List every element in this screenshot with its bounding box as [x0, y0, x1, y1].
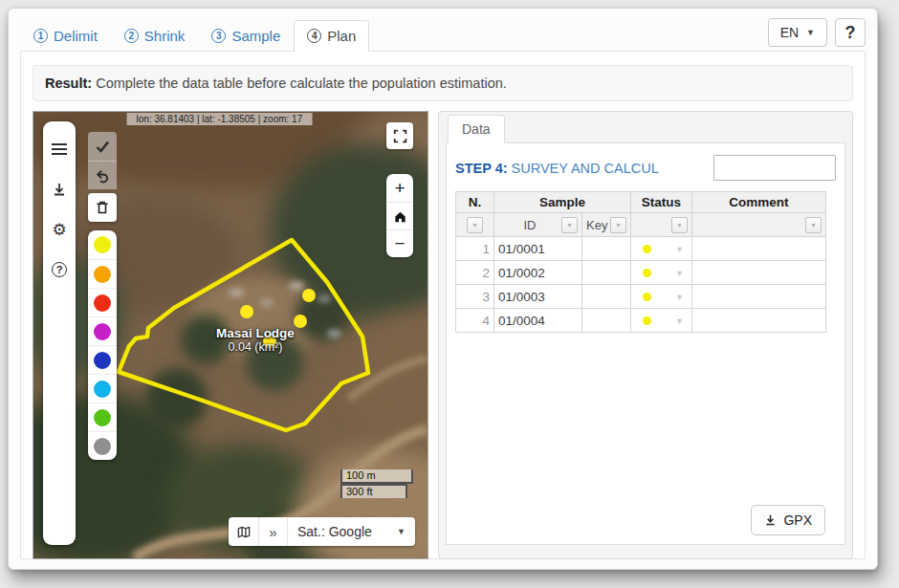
col-status: Status — [631, 192, 692, 213]
undo-button[interactable] — [88, 161, 117, 189]
result-alert: Result:Complete the data table before ca… — [33, 65, 853, 101]
color-magenta[interactable] — [88, 316, 117, 345]
gear-icon[interactable]: ⚙ — [51, 221, 68, 238]
delete-button[interactable] — [88, 193, 117, 222]
table-row: 4 01/0004 ▼ — [456, 309, 826, 333]
sub-col-id: ID — [498, 218, 561, 232]
help-icon: ? — [845, 23, 856, 43]
sample-id: 01/0004 — [494, 309, 582, 333]
sample-key[interactable] — [582, 261, 631, 285]
tab-delimit-label: Delimit — [54, 28, 98, 44]
home-button[interactable] — [386, 202, 413, 229]
tab-plan[interactable]: 4 Plan — [294, 20, 369, 52]
tab-sample[interactable]: 3 Sample — [198, 20, 294, 52]
table-row: 1 01/0001 ▼ — [456, 237, 826, 261]
zoom-controls: + − — [386, 174, 413, 257]
color-gray[interactable] — [88, 431, 117, 460]
table-filter-row: ▼ ID▼ Key▼ ▼ ▼ — [456, 213, 826, 237]
sample-id: 01/0001 — [494, 237, 582, 261]
sample-key[interactable] — [582, 237, 631, 261]
chevron-down-icon: ▼ — [675, 269, 684, 278]
language-value: EN — [780, 25, 799, 40]
zoom-in-button[interactable]: + — [386, 174, 413, 202]
tab-data[interactable]: Data — [448, 115, 505, 143]
comment-cell[interactable] — [692, 285, 826, 309]
status-select[interactable]: ▼ — [631, 285, 692, 309]
map-canvas[interactable]: Masai Lodge 0.04 (km²) lon: 36.81403 | l… — [33, 111, 428, 559]
sample-point-2 — [302, 289, 316, 302]
row-number: 4 — [456, 309, 494, 333]
status-dot — [643, 316, 651, 325]
tab-content: Result:Complete the data table before ca… — [20, 51, 866, 559]
color-cyan[interactable] — [88, 374, 117, 403]
basemap-value: Sat.: Google — [297, 524, 372, 539]
comment-cell[interactable] — [692, 237, 826, 261]
chevron-down-icon: ▼ — [397, 527, 406, 536]
sub-col-key: Key — [586, 218, 607, 232]
row-number: 2 — [456, 261, 494, 285]
filter-comment-button[interactable]: ▼ — [805, 217, 822, 233]
result-label: Result: — [45, 76, 92, 91]
step-1-icon: 1 — [33, 29, 48, 43]
map-icon — [236, 525, 252, 539]
step-label: STEP 4: — [455, 161, 508, 176]
help-circle-icon[interactable]: ? — [51, 261, 68, 278]
fullscreen-icon — [393, 129, 407, 143]
chevron-down-icon: ▼ — [675, 316, 684, 326]
filter-status-button[interactable]: ▼ — [671, 217, 688, 233]
color-blue[interactable] — [88, 345, 117, 374]
step-2-icon: 2 — [124, 29, 139, 43]
filter-key-button[interactable]: ▼ — [610, 217, 626, 233]
status-select[interactable]: ▼ — [631, 237, 692, 261]
expand-layers-button[interactable]: » — [258, 517, 287, 546]
draw-tools — [88, 132, 117, 222]
tab-shrink-label: Shrink — [144, 28, 186, 44]
col-n: N. — [456, 192, 494, 213]
home-icon — [393, 209, 407, 224]
data-panel: Data STEP 4: SURVEY AND CALCUL — [438, 111, 853, 559]
row-number: 1 — [456, 237, 494, 261]
basemap-select[interactable]: Sat.: Google ▼ — [287, 517, 415, 546]
result-text: Complete the data table before calculate… — [96, 76, 507, 91]
tab-plan-label: Plan — [327, 28, 356, 44]
filter-n-button[interactable]: ▼ — [467, 217, 483, 233]
color-orange[interactable] — [88, 259, 117, 288]
download-icon[interactable] — [51, 181, 68, 198]
menu-icon[interactable] — [52, 141, 67, 158]
status-dot — [643, 269, 651, 277]
tab-shrink[interactable]: 2 Shrink — [111, 20, 199, 52]
tab-sample-label: Sample — [231, 28, 280, 44]
sample-key[interactable] — [582, 285, 631, 309]
color-red[interactable] — [88, 288, 117, 316]
comment-cell[interactable] — [692, 261, 826, 285]
help-button[interactable]: ? — [835, 18, 866, 47]
table-row: 2 01/0002 ▼ — [456, 261, 826, 285]
scale-metric: 100 m — [340, 469, 413, 484]
confirm-button[interactable] — [88, 132, 117, 161]
step-4-icon: 4 — [307, 29, 321, 43]
comment-cell[interactable] — [692, 309, 826, 333]
sample-id: 01/0003 — [494, 285, 582, 309]
zoom-out-button[interactable]: − — [386, 229, 413, 257]
filter-id-button[interactable]: ▼ — [561, 217, 578, 233]
fullscreen-button[interactable] — [386, 122, 413, 149]
chevron-down-icon: ▼ — [675, 245, 684, 254]
gpx-export-button[interactable]: GPX — [751, 505, 825, 535]
language-dropdown[interactable]: EN ▼ — [768, 18, 827, 47]
color-green[interactable] — [88, 403, 117, 431]
scale-control: 100 m 300 ft — [340, 469, 413, 498]
map-layers-button[interactable] — [229, 517, 258, 546]
col-comment: Comment — [692, 192, 826, 213]
basemap-bar: » Sat.: Google ▼ — [229, 517, 415, 546]
chevron-down-icon: ▼ — [675, 293, 684, 302]
sample-key[interactable] — [582, 309, 631, 333]
download-icon — [764, 513, 777, 527]
sample-point-4 — [263, 335, 276, 348]
color-yellow[interactable] — [88, 230, 117, 259]
status-select[interactable]: ▼ — [631, 261, 692, 285]
chevron-down-icon: ▼ — [806, 28, 815, 37]
tab-delimit[interactable]: 1 Delimit — [20, 20, 111, 52]
step-3-icon: 3 — [211, 29, 226, 43]
status-select[interactable]: ▼ — [631, 309, 692, 333]
survey-input[interactable] — [713, 155, 836, 181]
